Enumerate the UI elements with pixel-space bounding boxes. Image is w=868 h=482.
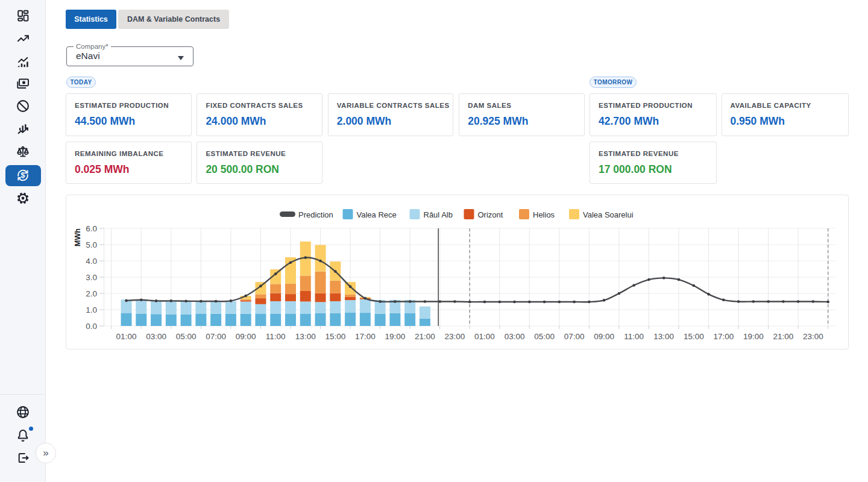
svg-text:07:00: 07:00 (206, 332, 226, 341)
svg-text:MWh: MWh (74, 228, 82, 246)
svg-text:13:00: 13:00 (653, 332, 674, 341)
svg-text:0.0: 0.0 (86, 322, 97, 331)
svg-text:09:00: 09:00 (594, 332, 614, 341)
svg-text:2.0: 2.0 (86, 289, 97, 298)
svg-text:$: $ (21, 171, 25, 180)
svg-text:15:00: 15:00 (325, 332, 345, 341)
svg-text:23:00: 23:00 (445, 332, 465, 341)
svg-text:Helios: Helios (533, 210, 555, 219)
svg-text:09:00: 09:00 (236, 332, 256, 341)
svg-text:01:00: 01:00 (116, 332, 137, 341)
svg-text:17:00: 17:00 (713, 332, 734, 341)
svg-text:05:00: 05:00 (534, 332, 555, 341)
svg-text:21:00: 21:00 (415, 332, 435, 341)
svg-text:11:00: 11:00 (266, 332, 286, 341)
svg-text:Valea Soarelui: Valea Soarelui (583, 210, 634, 219)
svg-text:03:00: 03:00 (146, 332, 166, 341)
svg-text:Râul Alb: Râul Alb (424, 210, 453, 219)
svg-text:05:00: 05:00 (176, 332, 197, 341)
svg-text:Prediction: Prediction (298, 210, 333, 219)
svg-text:07:00: 07:00 (564, 332, 585, 341)
svg-text:17:00: 17:00 (355, 332, 376, 341)
svg-text:19:00: 19:00 (743, 332, 764, 341)
svg-text:13:00: 13:00 (295, 332, 316, 341)
svg-text:5.0: 5.0 (86, 240, 97, 249)
svg-text:3.0: 3.0 (86, 273, 97, 282)
svg-text:Valea Rece: Valea Rece (357, 210, 397, 219)
svg-text:01:00: 01:00 (474, 332, 495, 341)
svg-text:11:00: 11:00 (624, 332, 644, 341)
svg-text:19:00: 19:00 (385, 332, 405, 341)
svg-text:23:00: 23:00 (803, 332, 823, 341)
svg-text:03:00: 03:00 (505, 332, 525, 341)
svg-text:6.0: 6.0 (86, 224, 97, 233)
svg-text:21:00: 21:00 (773, 332, 794, 341)
svg-text:Orizont: Orizont (478, 210, 503, 219)
svg-text:15:00: 15:00 (684, 332, 704, 341)
svg-text:1.0: 1.0 (86, 305, 97, 315)
svg-text:4.0: 4.0 (86, 257, 97, 266)
